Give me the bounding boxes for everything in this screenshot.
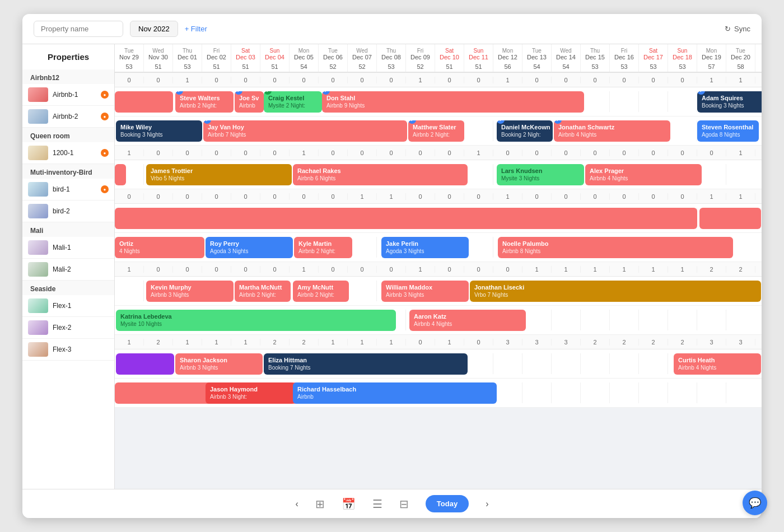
booking-lars-knudsen[interactable]: Lars Knudsen Mysite 3 Nights [497, 164, 584, 185]
chat-button[interactable]: 💬 [743, 491, 767, 515]
booking-jay-van-hoy[interactable]: ✓ Jay Van Hoy Airbnb 7 Nights [203, 120, 407, 142]
sync-icon: ↻ [725, 25, 731, 33]
booking-katrina-lebedeva[interactable]: Katrina Lebedeva Mysite 10 Nights [116, 310, 396, 331]
booking-don-stahl[interactable]: ✓ Don Stahl Airbnb 9 Nights [322, 91, 584, 113]
avail-cell: 53 [639, 62, 668, 72]
booking-adam-squires[interactable]: ✓ Adam Squires Booking 3 Nights [697, 91, 762, 113]
sidebar-item-1200[interactable]: 1200-1 ● [22, 142, 114, 164]
date-cell: WedDec 14 [552, 44, 581, 62]
sidebar-item-bird1[interactable]: bird-1 ● [22, 179, 114, 200]
booking-steven-rosenthal[interactable]: Steven Rosenthal Agoda 8 Nights [697, 120, 759, 142]
booking-kevin-murphy[interactable]: Kevin Murphy Airbnb 3 Nights [146, 281, 234, 302]
avail-cell: 53 [610, 62, 639, 72]
bottom-nav: ‹ ⊞ 📅 ☰ ⊟ Today › [22, 489, 762, 518]
date-cell: MonDec 19 [697, 44, 726, 62]
filter-view-button[interactable]: ⊟ [399, 497, 409, 511]
property-name-1200: 1200-1 [53, 149, 73, 157]
sidebar-item-airbnb2[interactable]: Airbnb-2 ● [22, 106, 114, 128]
sync-button[interactable]: ↻ Sync [725, 25, 750, 33]
booking-jason-haymond[interactable]: Jason Haymond Airbnb 3 Night: [206, 382, 295, 404]
avail-cell: 54 [290, 62, 319, 72]
booking-kyle-martin[interactable]: Kyle Martin Airbnb 2 Night: [294, 237, 352, 258]
date-cell: ThuDec 15 [581, 44, 610, 62]
avail-cell: 51 [435, 62, 464, 72]
sidebar-item-airbnb1[interactable]: Airbnb-1 ● [22, 84, 114, 106]
booking-bird1-right[interactable] [699, 208, 761, 229]
property-name-airbnb1: Airbnb-1 [53, 91, 78, 99]
check-icon: ✓ [322, 91, 330, 95]
flex2-row-container: Jason Haymond Airbnb 3 Night: Richard Ha… [115, 379, 762, 408]
sidebar-item-flex1[interactable]: Flex-1 [22, 295, 114, 317]
month-button[interactable]: Nov 2022 [130, 21, 178, 37]
seaside-avail-row: 1211122111010333222233 [115, 335, 762, 349]
date-cell: ThuDec 01 [173, 44, 202, 62]
avail-cell: 51 [260, 62, 290, 72]
thumb-flex3 [28, 342, 48, 357]
booking-1200-left[interactable] [115, 164, 126, 185]
property-name-bird1: bird-1 [53, 185, 70, 193]
booking-matthew-slater[interactable]: ✓ Matthew Slater Airbnb 2 Night: [408, 120, 464, 142]
booking-roy-perry[interactable]: Roy Perry Agoda 3 Nights [206, 237, 293, 258]
date-cell: WedDec 07 [348, 44, 377, 62]
booking-joe-sv[interactable]: ✓ Joe Sv Airbnb [235, 91, 264, 113]
date-cell: ThuDec 08 [377, 44, 406, 62]
property-name-bird2: bird-2 [53, 207, 70, 215]
date-cell-sat: SatDec 10 [435, 44, 464, 62]
booking-eliza-hittman[interactable]: Eliza Hittman Booking 7 Nights [264, 353, 468, 375]
list-view-button[interactable]: ☰ [372, 497, 382, 511]
sidebar-item-mali1[interactable]: Mali-1 [22, 237, 114, 259]
booking-aaron-katz[interactable]: Aaron Katz Airbnb 4 Nights [409, 310, 526, 331]
sidebar-item-mali2[interactable]: Mali-2 [22, 259, 114, 281]
today-button[interactable]: Today [426, 495, 469, 512]
booking-william-maddox[interactable]: William Maddox Airbnb 3 Nights [381, 281, 469, 302]
flex1-row-container: Sharon Jackson Airbnb 3 Nights Eliza Hit… [115, 349, 762, 379]
single-calendar-icon: 📅 [342, 497, 356, 511]
booking-jonathan-lisecki[interactable]: Jonathan Lisecki Vrbo 7 Nights [470, 281, 761, 302]
booking-bird1-main[interactable] [115, 208, 697, 229]
nav-prev-button[interactable]: ‹ [296, 499, 298, 509]
booking-sharon-jackson[interactable]: Sharon Jackson Airbnb 3 Nights [175, 353, 263, 375]
booking-martha-mcnutt[interactable]: Martha McNutt Airbnb 2 Night: [235, 281, 291, 302]
property-name-mali1: Mali-1 [53, 244, 71, 251]
mali2-row-container: Katrina Lebedeva Mysite 10 Nights Aaron … [115, 306, 762, 335]
booking-daniel-mckeown[interactable]: ✓ Daniel McKeown Booking 2 Nigh: [497, 120, 553, 142]
booking-curtis-heath[interactable]: Curtis Heath Airbnb 4 Nights [674, 353, 761, 375]
thumb-airbnb2 [28, 109, 48, 124]
sidebar-item-flex3[interactable]: Flex-3 [22, 339, 114, 361]
booking-ortiz[interactable]: Ortiz 4 Nights [115, 237, 204, 258]
single-calendar-button[interactable]: 📅 [342, 497, 356, 511]
booking-rachael-rakes[interactable]: Rachael Rakes Airbnb 6 Nights [293, 164, 468, 185]
sidebar-item-flex2[interactable]: Flex-2 [22, 317, 114, 339]
sidebar-item-bird2[interactable]: bird-2 [22, 200, 114, 222]
property-name-flex2: Flex-2 [53, 324, 71, 332]
filter-button[interactable]: + Filter [185, 25, 207, 33]
booking-craig-kestel[interactable]: ✓ Craig Kestel Mysite 2 Night: [264, 91, 322, 113]
section-seaside: Seaside [22, 281, 114, 295]
list-icon: ☰ [372, 497, 382, 511]
avail-cell: 54 [522, 62, 552, 72]
search-input[interactable] [34, 21, 123, 37]
booking-flex1-purple[interactable] [116, 353, 174, 375]
date-cell: MonDec 05 [290, 44, 319, 62]
mali-avail-row: 1000001000100011111122 [115, 262, 762, 277]
booking-block[interactable] [115, 91, 173, 113]
booking-james-trottier[interactable]: James Trottier Vrbo 5 Nights [146, 164, 292, 185]
1200-row-container: James Trottier Vrbo 5 Nights Rachael Rak… [115, 160, 762, 189]
booking-alex-prager[interactable]: Alex Prager Airbnb 4 Nights [585, 164, 702, 185]
booking-jonathan-schwartz[interactable]: ✓ Jonathan Schwartz Airbnb 4 Nights [554, 120, 670, 142]
booking-noelle-palumbo[interactable]: Noelle Palumbo Airbnb 8 Nights [498, 237, 733, 258]
check-icon: ✓ [554, 120, 562, 124]
nav-next-button[interactable]: › [486, 499, 488, 509]
booking-jake-perlin[interactable]: Jake Perlin Agoda 3 Nights [381, 237, 469, 258]
booking-richard-hasselbach[interactable]: Richard Hasselbach Airbnb [293, 382, 497, 404]
status-dot-airbnb2: ● [101, 113, 109, 120]
thumb-airbnb1 [28, 87, 48, 102]
date-cell-sat: SatDec 03 [231, 44, 260, 62]
check-icon: ✓ [264, 91, 272, 95]
multi-calendar-button[interactable]: ⊞ [315, 497, 325, 511]
booking-mike-wiley[interactable]: Mike Wiley Booking 3 Nights [116, 120, 202, 142]
booking-steve-walters[interactable]: ✓ Steve Walters Airbnb 2 Night: [175, 91, 234, 113]
booking-amy-mcnutt[interactable]: Amy McNutt Airbnb 2 Night: [293, 281, 349, 302]
date-cell: TueDec 06 [319, 44, 348, 62]
check-icon: ✓ [203, 120, 211, 124]
